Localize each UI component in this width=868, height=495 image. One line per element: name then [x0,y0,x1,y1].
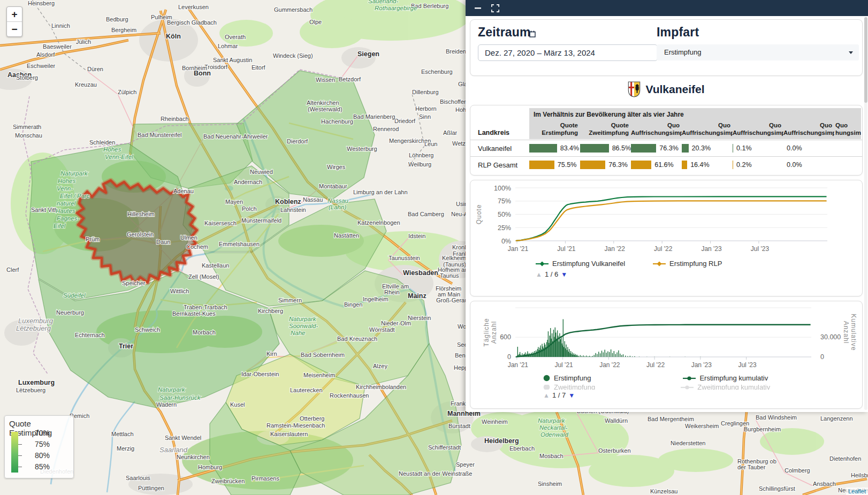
map-label: Bad Münstereifel [138,132,182,138]
map-label: der Tauber [737,464,766,470]
map-label: Eberbach [509,445,535,452]
map-label: Weinheim [482,418,508,425]
map-label: Otterberg [300,415,324,422]
zeitraum-input[interactable] [478,44,658,61]
map-label: Dillenburg [412,89,439,95]
fullscreen-icon[interactable] [491,4,499,12]
svg-text:Jan '21: Jan '21 [508,361,529,369]
svg-text:0%: 0% [501,238,511,245]
map-label: Südeifel [63,292,86,299]
svg-text:Quote: Quote [475,204,483,225]
map-label: Simmern [278,297,302,303]
legend-item[interactable]: Erstimpfung RLP [653,260,722,268]
value-label: 0.0% [787,144,802,152]
map-label: Bad Neuenahr-Ahrweiler [203,133,268,140]
map-label: Nassau [303,196,323,203]
table-row[interactable]: Vulkaneifel83.4%86.5%76.3%20.3%0.1%0.0% [470,140,862,156]
map-label: Olpe [309,19,322,25]
map-label: Bad Kreuznach [337,336,377,342]
dot-marker-icon [543,375,550,382]
map-label: Sinn [419,113,431,120]
value-bar [733,144,733,153]
map-label: Taunus [440,272,459,279]
map-label: Polch [242,205,257,212]
page-up-icon[interactable]: ▲ [543,392,550,399]
map-label: Rhein [384,289,400,295]
map-label: Sankt Vith [31,207,58,213]
map-label: Alzey [373,363,387,369]
map-label: Bürstadt [448,423,470,429]
map-label: Speicher [122,280,146,286]
table-cell: 75.5% [529,157,580,173]
value-bar [682,161,687,169]
svg-text:600: 600 [500,333,511,341]
legend-label: Erstimpfung Vulkaneifel [552,260,625,268]
map-label: Adenau [173,188,194,194]
map-label: Leverkusen [178,4,209,10]
map-label: Walldürn [605,417,628,424]
map-label: Rockenhausen [330,392,369,399]
map-label: Hohes [58,178,75,184]
map-label: Rheinbach [161,116,189,122]
map-label: Zweibrücken [211,478,245,484]
map-label: Heilsbronn [851,472,868,478]
page-down-icon[interactable]: ▼ [561,271,567,278]
table-column-header: Quohungsimp [834,121,861,139]
quota-table-card: Im Verhältnis zur Bevölkerung älter als … [470,105,863,176]
map-legend-tick: 70% [35,429,50,437]
map-label: Neustadt an der Weinstraße [399,470,472,477]
panel-scrollbar[interactable] [864,17,867,410]
table-cell: 0.1% [733,140,783,156]
legend-label: Erstimpfung kumulativ [699,374,768,382]
zoom-in-button[interactable]: + [7,7,22,22]
panel-scrollbar-thumb[interactable] [864,17,867,103]
impfart-select[interactable]: Erstimpfung [657,44,859,60]
leaflet-attribution[interactable]: Leaflet [846,488,868,495]
map-label: Nierstein [408,315,431,321]
quote-line-chart[interactable]: 0%25%50%75%100%Jan '21Jul '21Jan '22Jul … [470,180,862,256]
map-label: Hautes [56,208,75,214]
page-down-icon[interactable]: ▼ [568,392,575,399]
map-label: Mainz [408,292,427,300]
legend-label: Erstimpfung [554,374,591,382]
value-label: 61.6% [654,161,673,169]
map-label: Fagnes- [57,215,79,222]
map-label: Saarland [159,446,188,454]
map-label: Hillesheim [127,211,155,217]
map-label: Overath [225,34,246,40]
page-up-icon[interactable]: ▲ [536,271,542,278]
legend-item[interactable]: Erstimpfung [543,374,591,382]
map-label: Hohes [103,146,121,153]
map-label: Bedburg [106,16,128,22]
map-label: Mayen [225,199,243,205]
dashboard-panel: Zeitraum Impfart Erstimpfung Vulkaneifel… [466,0,868,412]
map-label: Burgbernheim [744,426,781,432]
map-label: Wörrstadt [369,326,395,333]
map-label: Köln [166,33,181,40]
map-label: naturel [57,200,76,207]
chart2-legend: ErstimpfungErstimpfung kumulativ [543,374,796,382]
table-cell: 76.3% [631,140,682,156]
table-column-headers: QuoteErstimpfungQuoteZweitimpfungQuoAuff… [529,121,861,139]
map-label: Nieder-Olm [381,320,411,326]
map-label: Venn- [57,185,73,192]
table-cell: 61.6% [631,157,682,173]
table-column-header: QuoteZweitimpfung [580,121,631,139]
map-label: Wittlich [170,288,189,294]
vulkaneifel-coat-of-arms [628,81,641,97]
map-label: Kastellaun [202,262,229,269]
map-label: Saarlouis [126,475,150,481]
zoom-out-button[interactable]: − [7,22,22,36]
daily-bar-chart[interactable]: 0600030.000Jan '21Jul '21Jan '22Jul '22J… [470,301,862,373]
legend-item[interactable]: Erstimpfung Vulkaneifel [536,260,625,268]
map-label: Luxemburg [18,379,55,386]
map-label: Kusel [230,401,245,408]
map-label: Düren [87,66,103,72]
table-column-header: QuoteErstimpfung [529,121,580,139]
table-row[interactable]: RLP Gesamt75.5%76.3%61.6%16.4%0.2%0.0% [470,156,862,173]
table-row-header-label: Landkreis [478,129,509,136]
minimize-icon[interactable] [474,4,482,12]
value-bar [580,144,609,153]
legend-item[interactable]: Erstimpfung kumulativ [683,374,768,382]
map-label: Eitorf [252,64,266,71]
